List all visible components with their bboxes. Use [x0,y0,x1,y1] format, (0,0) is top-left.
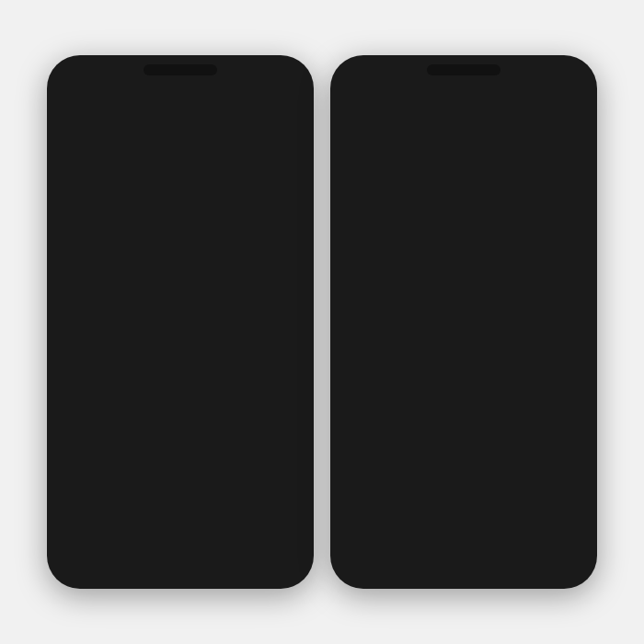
favicon-left [67,394,78,405]
paint-splash-illustration [535,93,563,125]
top-snippet-image [531,88,577,134]
top-snippet-area: out tips on how to start your artistic j… [341,81,586,142]
left-screen-content: How to Paint with Acrylics: A Step-by-St… [58,81,303,574]
search-icon: 🔍 [74,305,84,315]
top-snippet-text: out tips on how to start your artistic j… [351,88,523,113]
bottom-result-image-right [531,352,577,394]
refine-chip-easy[interactable]: 🔍 Easy ac [183,353,295,374]
result-card-2: www.craftskids.com › blog... ⋮ Painting … [341,143,586,242]
broaden-labels-row: Styles of painting Famous painters Pa [349,318,579,339]
bottom-result-date-right: Jul 6, 2020 [351,383,523,392]
refine-chip-techniques[interactable]: 🔍 Acrylic painting techniques [65,327,178,348]
site-info-right-bottom: www.theabstractlyfe › blog... ⋮ [351,352,523,367]
search-icon: 🔍 [191,359,201,368]
result-card-body-2: Sept 22, 2020 Painting for kids can be s… [351,186,577,236]
broaden-search-box: Broaden this search Styles of painting F… [341,242,586,347]
result-title-1[interactable]: How to Paint with Acrylics: A Step-by-St… [58,81,303,127]
broaden-img-1 [349,271,389,313]
favicon-2 [351,149,362,160]
refine-chips-grid: 🔍 Acrylic painting ideas 🔍 Acrylic paint… [65,300,295,374]
search-icon: 🔍 [191,305,201,315]
broaden-img-4 [476,271,516,313]
left-phone: How to Paint with Acrylics: A Step-by-St… [47,55,314,589]
left-phone-screen: How to Paint with Acrylics: A Step-by-St… [58,81,303,574]
bottom-result-left: www.theabstractlyfe › blog... ⋮ 20 Acryl… [58,384,303,430]
broaden-images-row [349,271,579,313]
search-icon: 🔍 [191,332,201,341]
broaden-label-painters[interactable]: Famous painters [451,318,549,339]
child-painting-illustration [535,190,572,227]
result-title-2[interactable]: Painting with kids: Ideas and Tips! [351,165,577,186]
more-options-icon[interactable]: ⋮ [190,392,202,407]
right-phone-screen: out tips on how to start your artistic j… [341,81,586,574]
favicon-right-bottom [351,354,362,365]
refine-chip-online-courses[interactable]: 🔍 Acrylic painting online courses [65,353,178,374]
refine-chip-paintremover[interactable]: 🔍 Paint remo [183,327,295,348]
bottom-result-snippet-right: What paint to use? What subject matter? … [351,392,523,417]
more-options-icon-bottom[interactable]: ⋮ [473,352,486,367]
result-image-1 [58,127,303,219]
site-url-right-bottom: www.theabstractlyfe › blog... [365,355,469,364]
result-date-2: Sept 22, 2020 [351,186,523,195]
broaden-img-3 [433,271,474,313]
bottom-result-right: www.theabstractlyfe › blog... ⋮ 20 Acryl… [341,347,586,422]
result-image-2 [531,186,577,236]
more-options-icon-2[interactable]: ⋮ [564,148,577,163]
site-url-left: www.theabstractlyfe › blog... [82,395,186,404]
refine-search-box: Refine this search 🔍 Acrylic painting id… [58,269,303,384]
result-snippet-2: Painting for kids can be so much fun and… [351,195,523,232]
right-screen-content: out tips on how to start your artistic j… [341,81,586,574]
broaden-img-partial [560,271,579,313]
result-card-header-2: www.craftskids.com › blog... ⋮ [351,148,577,163]
result-snippet-1: Are you looking for some new acrylic pai… [58,219,303,269]
search-icon: 🔍 [74,332,84,341]
bottom-result-title-right[interactable]: 20 Acrylic Painting Tips [351,369,523,383]
refine-chip-sets[interactable]: 🔍 Acrylic paint sets [183,300,295,321]
site-url-2: www.craftskids.com › blog... [365,150,468,159]
right-phone: out tips on how to start your artistic j… [330,55,597,589]
broaden-label-partial[interactable]: Pa [553,318,579,339]
site-info-2: www.craftskids.com › blog... [351,149,468,160]
bottom-result-title-left[interactable]: 20 Acrylic Painting Tips [67,408,293,422]
broaden-img-2 [391,271,431,313]
broaden-heading: Broaden this search [349,250,579,264]
site-info-left: www.theabstractlyfe › blog... ⋮ [67,392,293,407]
paintbrush-illustration [86,127,196,182]
broaden-label-styles[interactable]: Styles of painting [349,318,447,339]
refine-heading: Refine this search [65,279,295,293]
search-icon: 🔍 [74,359,84,368]
refine-chip-ideas[interactable]: 🔍 Acrylic painting ideas [65,300,178,321]
broaden-img-5 [518,271,558,313]
